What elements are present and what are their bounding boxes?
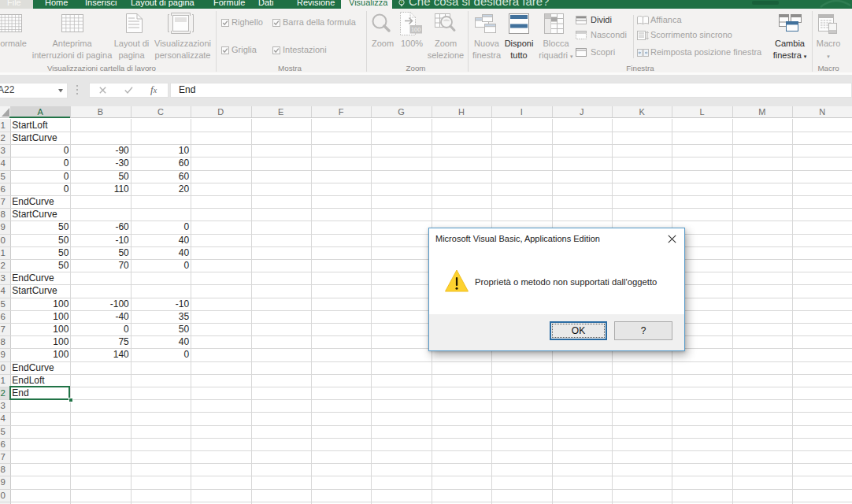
svg-text:100: 100 — [411, 26, 421, 33]
